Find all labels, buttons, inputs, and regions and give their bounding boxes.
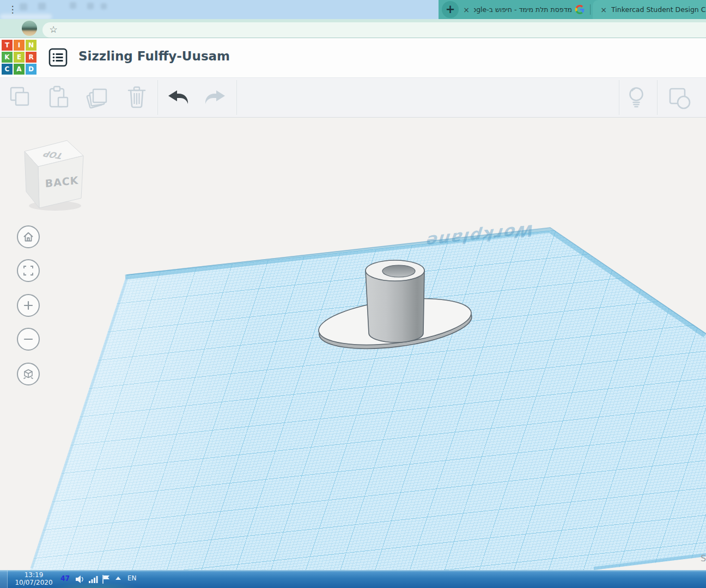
lightbulb-icon[interactable] [624,85,649,110]
toolbar-divider [157,80,158,115]
logo-tile: N [26,40,36,51]
bookmark-star-icon[interactable]: ☆ [48,22,59,37]
new-tab-button[interactable]: + [442,1,459,18]
snap-grid-hint-partial: S [701,553,706,564]
view-cube[interactable]: TOP BACK [19,135,93,217]
redo-button[interactable] [203,88,228,107]
address-bar[interactable] [42,22,706,38]
zoom-out-button[interactable] [17,328,40,351]
browser-tab-strip: + × מדפסת תלת מימד - חיפוש ב-Google × Ti… [0,0,706,19]
tab-title: Tinkercad Student Design Contes [611,5,706,14]
zoom-in-button[interactable] [17,294,40,317]
blurred-window-control-icon [101,3,107,9]
tab-area: + × מדפסת תלת מימד - חיפוש ב-Google × Ti… [439,0,706,19]
logo-tile: I [14,40,25,51]
logo-tile: K [2,52,13,63]
design-title[interactable]: Sizzling Fulffy-Uusam [78,49,230,63]
windows-taskbar: 13:19 10/07/2020 47 EN [0,570,706,588]
toolbar-divider [619,80,619,115]
3d-viewport[interactable]: Workplane TOP BACK [0,118,706,570]
avatar[interactable] [22,21,37,36]
show-hidden-icons-chevron[interactable] [114,576,122,580]
shape-combine-icon[interactable] [666,85,691,110]
taskbar-clock-time[interactable]: 13:19 [10,571,58,579]
logo-tile: T [2,40,13,51]
blurred-window-control-icon [70,2,76,9]
tab-separator [590,4,591,15]
model-tube-on-base[interactable] [305,250,490,365]
logo-tile: R [26,52,36,63]
tab-google-search[interactable]: × מדפסת תלת מימד - חיפוש ב-Google [462,0,594,19]
logo-tile: C [2,64,13,75]
paste-icon[interactable] [45,85,70,110]
blurred-window-control-icon [87,3,94,9]
tinkercad-toolbar [0,77,706,118]
tab-tinkercad[interactable]: × Tinkercad Student Design Contes [593,0,706,19]
tray-counter-icon[interactable]: 47 [60,574,70,583]
tinkercad-header: T I N K E R C A D Sizzling Fulffy-Uusam [0,38,706,77]
browser-menu-icon[interactable]: ⋮ [8,2,17,16]
tab-title: מדפסת תלת מימד - חיפוש ב-Google [474,5,572,14]
close-tab-icon[interactable]: × [599,5,608,14]
logo-tile: A [14,64,25,75]
network-signal-icon[interactable] [88,574,99,584]
volume-icon[interactable] [75,574,86,584]
taskbar-clock-date[interactable]: 10/07/2020 [7,579,61,586]
delete-icon[interactable] [124,85,149,110]
duplicate-icon[interactable] [84,85,109,110]
toolbar-divider [657,80,658,115]
google-favicon [575,5,585,14]
toolbar-divider [236,80,237,115]
blurred-window-control-icon [38,3,46,10]
fit-view-button[interactable] [17,259,40,282]
undo-button[interactable] [165,88,190,107]
copy-icon[interactable] [7,85,32,110]
perspective-toggle-button[interactable] [17,363,40,385]
language-indicator[interactable]: EN [127,574,137,582]
tinkercad-logo[interactable]: T I N K E R C A D [2,40,38,76]
close-tab-icon[interactable]: × [462,5,471,14]
model-cylinder[interactable] [366,260,424,342]
blurred-window-control-icon [20,3,27,10]
action-center-flag-icon[interactable] [101,574,112,584]
design-menu-icon[interactable] [48,47,68,68]
logo-tile: E [14,52,25,63]
logo-tile: D [26,64,36,75]
home-view-button[interactable] [17,225,40,248]
